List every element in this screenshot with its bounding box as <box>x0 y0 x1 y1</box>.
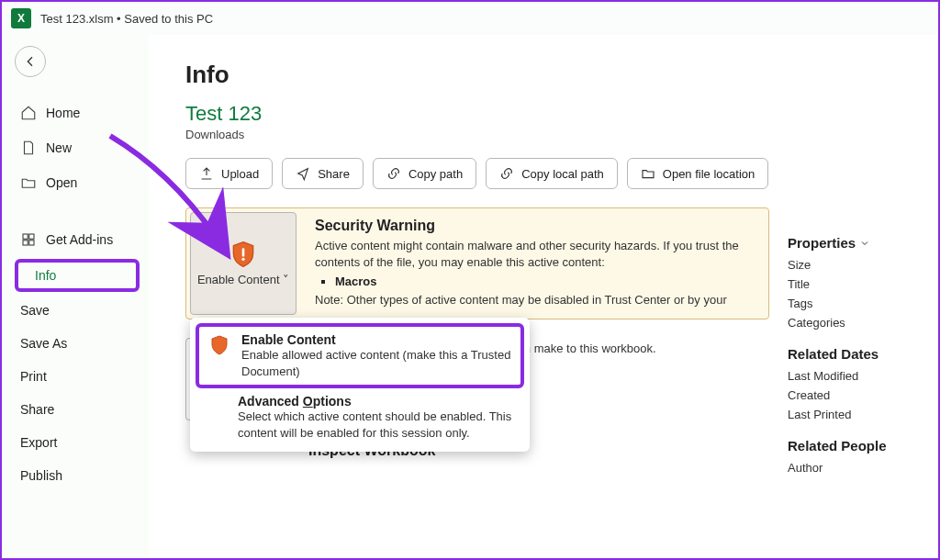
sidebar-item-label: Share <box>20 402 54 417</box>
sidebar-item-saveas[interactable]: Save As <box>15 329 140 358</box>
chevron-down-icon <box>859 238 870 249</box>
share-button[interactable]: Share <box>282 158 364 189</box>
folder-icon <box>641 166 655 181</box>
enable-content-label: Enable Content ˅ <box>197 273 289 286</box>
document-name: Test 123 <box>185 102 769 126</box>
sidebar-item-share[interactable]: Share <box>15 395 140 424</box>
prop-title[interactable]: Title <box>788 277 916 291</box>
main-content: Info Test 123 Downloads Upload Share Cop… <box>149 35 938 558</box>
sidebar-item-print[interactable]: Print <box>15 362 140 391</box>
link-icon <box>499 166 514 181</box>
shield-warning-icon <box>229 240 258 269</box>
enable-content-button[interactable]: Enable Content ˅ <box>190 212 297 315</box>
link-icon <box>386 166 401 181</box>
sidebar-item-label: Publish <box>20 468 62 483</box>
copy-path-button[interactable]: Copy path <box>373 158 476 189</box>
sidebar-item-label: Save As <box>20 336 67 351</box>
excel-logo-icon: X <box>11 8 31 28</box>
security-warning-panel: Enable Content ˅ Security Warning Active… <box>185 207 769 319</box>
copy-local-path-button[interactable]: Copy local path <box>486 158 618 189</box>
svg-rect-1 <box>29 234 34 239</box>
page-title: Info <box>185 61 769 89</box>
dropdown-item-desc: Select which active content should be en… <box>238 409 517 441</box>
security-warning-list: Macros <box>315 274 754 288</box>
sidebar-item-label: Export <box>20 435 57 450</box>
sidebar-item-label: Info <box>35 268 56 283</box>
addins-icon <box>20 231 37 248</box>
window-title: Test 123.xlsm • Saved to this PC <box>40 12 213 26</box>
home-icon <box>20 105 37 121</box>
upload-button[interactable]: Upload <box>185 158 273 189</box>
sidebar-item-label: Home <box>46 106 80 120</box>
security-list-item: Macros <box>335 274 754 288</box>
title-status: Saved to this PC <box>124 12 213 26</box>
open-file-location-button[interactable]: Open file location <box>627 158 768 189</box>
dropdown-item-desc: Enable allowed active content (make this… <box>241 347 513 379</box>
dropdown-item-title: Advanced Options <box>238 394 517 409</box>
share-icon <box>296 166 310 181</box>
sidebar-item-save[interactable]: Save <box>15 296 140 325</box>
prop-last-modified: Last Modified <box>788 369 916 383</box>
button-label: Share <box>318 167 350 181</box>
button-label: Copy local path <box>521 167 604 181</box>
enable-content-dropdown: Enable Content Enable allowed active con… <box>190 318 530 452</box>
button-label: Upload <box>221 167 259 181</box>
backstage-sidebar: Home New Open Get Add-ins Info S <box>2 35 149 558</box>
sidebar-item-publish[interactable]: Publish <box>15 461 140 490</box>
prop-author: Author <box>788 461 916 475</box>
dropdown-item-advanced-options[interactable]: Advanced Options Select which active con… <box>196 388 524 446</box>
dropdown-item-enable-content[interactable]: Enable Content Enable allowed active con… <box>196 323 524 388</box>
svg-rect-3 <box>29 241 34 245</box>
document-location: Downloads <box>185 128 769 141</box>
prop-last-printed: Last Printed <box>788 408 916 421</box>
sidebar-item-label: Print <box>20 369 47 384</box>
properties-panel: Properties Size Title Tags Categories Re… <box>788 61 916 558</box>
sidebar-item-label: Get Add-ins <box>46 232 113 247</box>
security-warning-desc: Active content might contain malware and… <box>315 238 754 271</box>
back-button[interactable] <box>15 46 46 77</box>
prop-created: Created <box>788 388 916 402</box>
annotation-highlight-info: Info <box>15 259 140 292</box>
folder-open-icon <box>20 174 37 191</box>
sidebar-item-label: New <box>46 140 72 155</box>
related-people-heading: Related People <box>788 438 916 454</box>
sidebar-item-addins[interactable]: Get Add-ins <box>15 224 140 255</box>
shield-icon <box>207 332 232 379</box>
upload-icon <box>199 166 214 181</box>
security-warning-title: Security Warning <box>315 218 754 234</box>
svg-rect-0 <box>23 234 28 239</box>
title-filename: Test 123.xlsm <box>40 12 113 26</box>
properties-heading[interactable]: Properties <box>788 235 916 251</box>
sidebar-item-export[interactable]: Export <box>15 428 140 457</box>
sidebar-item-label: Save <box>20 303 50 318</box>
arrow-left-icon <box>23 54 38 69</box>
svg-point-4 <box>241 258 244 261</box>
prop-tags[interactable]: Tags <box>788 297 916 310</box>
button-label: Open file location <box>663 167 755 181</box>
sidebar-item-open[interactable]: Open <box>15 167 140 198</box>
sidebar-item-label: Open <box>46 175 77 190</box>
sidebar-item-home[interactable]: Home <box>15 97 140 129</box>
dropdown-item-title: Enable Content <box>241 332 513 347</box>
sidebar-item-info[interactable]: Info <box>22 264 132 286</box>
button-label: Copy path <box>408 167 463 181</box>
svg-rect-2 <box>23 241 28 245</box>
sidebar-item-new[interactable]: New <box>15 132 140 163</box>
title-bar: X Test 123.xlsm • Saved to this PC <box>2 2 938 35</box>
new-doc-icon <box>20 140 37 156</box>
prop-categories[interactable]: Categories <box>788 316 916 330</box>
security-warning-note: Note: Other types of active content may … <box>315 292 754 308</box>
prop-size[interactable]: Size <box>788 258 916 272</box>
related-dates-heading: Related Dates <box>788 346 916 362</box>
action-row: Upload Share Copy path Copy local path <box>185 158 769 189</box>
